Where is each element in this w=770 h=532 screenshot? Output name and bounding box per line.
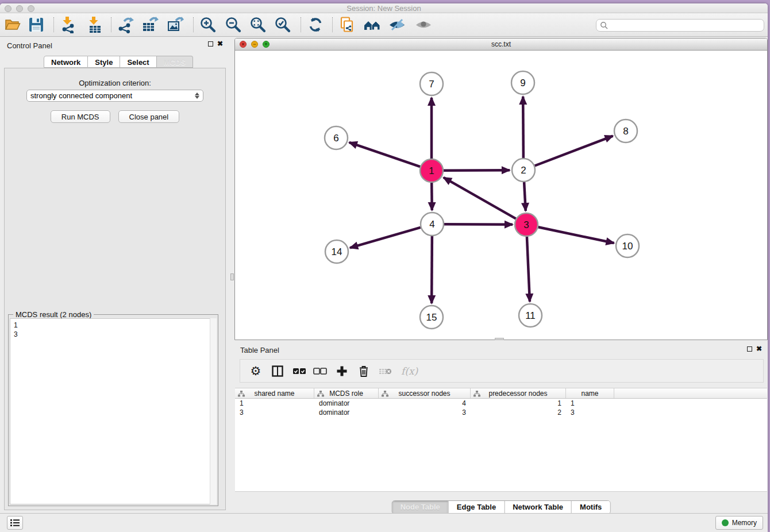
- table-settings-button[interactable]: ⚙: [247, 363, 264, 380]
- network-canvas[interactable]: 7968124314101511: [235, 51, 767, 340]
- panel-divider[interactable]: [230, 37, 234, 513]
- graph-node-10[interactable]: 10: [616, 234, 639, 257]
- export-image-button[interactable]: [165, 14, 186, 35]
- toolbar-separator: [193, 17, 194, 32]
- zoom-selected-button[interactable]: [272, 14, 293, 35]
- frame-resize-grip[interactable]: [495, 338, 504, 340]
- graph-node-14[interactable]: 14: [325, 240, 348, 263]
- divider-grip-icon[interactable]: [230, 273, 234, 280]
- column-view-button[interactable]: [269, 363, 286, 380]
- table-cell[interactable]: 1: [235, 399, 314, 408]
- deselect-all-button[interactable]: [311, 363, 329, 380]
- gear-icon: ⚙: [251, 363, 261, 380]
- select-all-button[interactable]: [291, 363, 308, 380]
- table-cell[interactable]: 3: [566, 408, 614, 417]
- close-panel-button[interactable]: Close panel: [118, 110, 180, 123]
- graph-node-2[interactable]: 2: [512, 159, 535, 182]
- table-cell[interactable]: 3: [235, 408, 314, 417]
- graph-edge-4-15[interactable]: [432, 236, 432, 303]
- graph-edge-2-9[interactable]: [523, 97, 523, 158]
- zoom-fit-button[interactable]: [248, 14, 268, 35]
- graph-edge-2-8[interactable]: [535, 136, 613, 166]
- column-header-mcds-role[interactable]: MCDS role: [314, 388, 379, 398]
- column-header-shared-name[interactable]: shared name: [235, 388, 314, 398]
- criterion-dropdown[interactable]: strongly connected component: [26, 90, 203, 102]
- column-header-successor-nodes[interactable]: successor nodes: [379, 388, 471, 398]
- tab-motifs[interactable]: Motifs: [571, 501, 610, 514]
- graph-node-11[interactable]: 11: [519, 304, 542, 327]
- mcds-panel: Optimization criterion: strongly connect…: [4, 68, 226, 510]
- hide-selected-button[interactable]: [387, 14, 407, 35]
- run-mcds-button[interactable]: Run MCDS: [51, 110, 110, 123]
- clone-network-button[interactable]: [337, 14, 357, 35]
- graph-node-7[interactable]: 7: [420, 72, 443, 95]
- network-frame-titlebar[interactable]: × − + scc.txt: [235, 38, 767, 51]
- graph-node-3[interactable]: 3: [515, 213, 538, 236]
- graph-edge-2-3[interactable]: [524, 182, 526, 211]
- tab-mcds[interactable]: MCDS: [157, 56, 193, 68]
- tab-node-table[interactable]: Node Table: [392, 501, 448, 514]
- zoom-out-button[interactable]: [223, 14, 244, 35]
- graph-edge-3-10[interactable]: [538, 227, 614, 243]
- graph-edge-1-2[interactable]: [444, 170, 510, 171]
- table-cell[interactable]: 2: [471, 408, 566, 417]
- column-header-name[interactable]: name: [566, 388, 614, 398]
- table-cell[interactable]: 4: [379, 399, 471, 408]
- graph-edge-1-4[interactable]: [432, 183, 432, 210]
- graph-node-15[interactable]: 15: [420, 306, 443, 329]
- add-column-button[interactable]: [333, 363, 351, 380]
- tab-network[interactable]: Network: [44, 56, 88, 68]
- graph-edge-1-6[interactable]: [349, 142, 420, 167]
- close-panel-icon[interactable]: ✖: [217, 41, 223, 47]
- function-builder-button[interactable]: f(x): [401, 365, 418, 377]
- table-cell[interactable]: 3: [379, 408, 471, 417]
- result-scrollbar[interactable]: [210, 318, 217, 504]
- graph-node-1[interactable]: 1: [420, 159, 443, 182]
- show-hidden-button[interactable]: [413, 14, 434, 35]
- delete-column-button[interactable]: [377, 363, 394, 380]
- memory-button[interactable]: Memory: [715, 516, 763, 530]
- float-table-panel-icon[interactable]: [747, 346, 752, 352]
- export-table-button[interactable]: [140, 14, 160, 35]
- zoom-in-button[interactable]: [198, 14, 218, 35]
- open-session-button[interactable]: [2, 14, 23, 35]
- export-table-icon: [141, 16, 159, 33]
- graph-node-8[interactable]: 8: [614, 119, 637, 142]
- graph-node-4[interactable]: 4: [421, 213, 444, 236]
- table-toolbar: ⚙: [240, 359, 764, 383]
- tab-style[interactable]: Style: [88, 56, 120, 68]
- table-cell[interactable]: dominator: [314, 408, 379, 417]
- import-table-button[interactable]: [84, 14, 105, 35]
- table-cell[interactable]: dominator: [314, 399, 379, 408]
- tab-network-table[interactable]: Network Table: [504, 501, 571, 514]
- tab-select[interactable]: Select: [120, 56, 156, 68]
- table-cell[interactable]: 1: [471, 399, 566, 408]
- refresh-button[interactable]: [305, 14, 326, 35]
- graph-node-6[interactable]: 6: [325, 126, 348, 149]
- table-row[interactable]: 1dominator411: [235, 399, 767, 408]
- export-network-button[interactable]: [115, 14, 136, 35]
- graph-edge-4-14[interactable]: [350, 228, 421, 248]
- import-network-button[interactable]: [58, 14, 79, 35]
- sort-icon: [317, 391, 324, 397]
- graph-edge-4-3[interactable]: [444, 224, 513, 225]
- table-cell[interactable]: 1: [566, 399, 614, 408]
- graph-edge-3-11[interactable]: [527, 237, 530, 302]
- tab-edge-table[interactable]: Edge Table: [448, 501, 504, 514]
- save-session-button[interactable]: [26, 14, 47, 35]
- graph-edge-3-1[interactable]: [444, 178, 516, 219]
- table-body[interactable]: 1dominator4113dominator323: [235, 399, 767, 492]
- first-neighbors-button[interactable]: [362, 14, 383, 35]
- graph-node-label: 4: [429, 219, 434, 230]
- app-titlebar[interactable]: Session: New Session: [0, 3, 768, 13]
- column-header-label: shared name: [254, 390, 294, 398]
- graph-node-9[interactable]: 9: [511, 71, 534, 94]
- table-row[interactable]: 3dominator323: [235, 408, 767, 417]
- column-header-predecessor-nodes[interactable]: predecessor nodes: [471, 388, 566, 398]
- float-panel-icon[interactable]: [208, 41, 213, 47]
- mcds-result-text[interactable]: 1 3: [10, 318, 217, 504]
- close-table-panel-icon[interactable]: ✖: [756, 346, 762, 352]
- task-history-button[interactable]: [7, 516, 23, 530]
- delete-row-button[interactable]: [355, 363, 372, 380]
- search-input[interactable]: [608, 20, 764, 30]
